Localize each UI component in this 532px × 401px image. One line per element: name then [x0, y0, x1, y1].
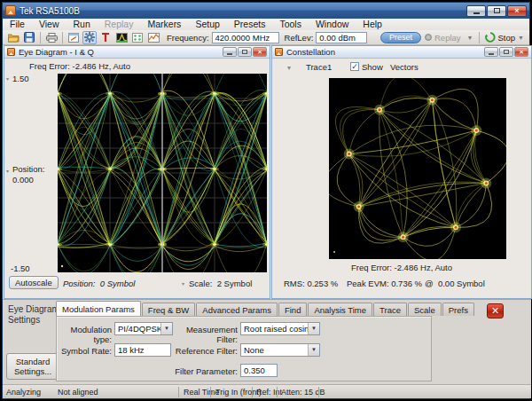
frequency-label: Frequency:: [167, 33, 209, 43]
menu-presets[interactable]: Presets: [227, 19, 273, 30]
status-separator: [318, 387, 319, 397]
status-separator: [210, 387, 211, 397]
filter-parameter-label: Filter Parameter:: [170, 366, 238, 376]
peak-evm-label: Peak EVM:: [347, 279, 389, 288]
menu-file[interactable]: File: [3, 19, 32, 30]
replay-dropdown-icon[interactable]: ▼: [467, 35, 473, 41]
toolbar-separator: [479, 32, 480, 43]
show-checkbox[interactable]: ✓: [350, 62, 359, 71]
symbol-rate-value: 18 kHz: [118, 345, 145, 355]
displays-icon[interactable]: [66, 31, 81, 44]
eye-freq-error: Freq Error: -2.486 Hz, Auto: [29, 61, 130, 71]
frequency-input[interactable]: 420.0000 MHz: [212, 32, 279, 43]
trace-selector[interactable]: Trace1: [306, 62, 332, 72]
spectrum-icon[interactable]: [114, 31, 129, 44]
close-button[interactable]: ×: [507, 5, 527, 17]
standard-settings-button[interactable]: Standard Settings...: [6, 353, 59, 380]
constellation-icon[interactable]: [130, 31, 145, 44]
settings-close-button[interactable]: ✕: [487, 303, 504, 318]
menu-markers[interactable]: Markers: [140, 19, 188, 30]
tab-analysis-time[interactable]: Analysis Time: [308, 303, 372, 316]
screen: Tek RSA5100B × File View Run Replay Mark…: [0, 0, 532, 401]
tab-modulation-params[interactable]: Modulation Params: [56, 301, 141, 316]
stop-dropdown-icon[interactable]: ▼: [518, 35, 524, 41]
constellation-plot[interactable]: [329, 78, 506, 259]
replay-record-icon: [425, 34, 432, 41]
eye-window-titlebar[interactable]: Eye Diagram - I & Q ×: [4, 46, 270, 59]
check-icon: ✓: [351, 62, 358, 71]
menu-setup[interactable]: Setup: [188, 19, 226, 30]
peak-evm-value: 0.736 %: [391, 279, 422, 288]
position-label: Position:: [63, 279, 95, 288]
constellation-close-button[interactable]: ×: [514, 47, 528, 57]
minimize-button[interactable]: [466, 5, 486, 17]
eye-window-controls: ×: [223, 47, 267, 57]
eye-minimize-button[interactable]: [223, 47, 237, 57]
settings-gear-icon[interactable]: [82, 31, 97, 44]
constellation-minimize-button[interactable]: [484, 47, 498, 57]
eye-bottom-position[interactable]: Position: 0 Symbol: [63, 279, 135, 288]
trigger-t-icon[interactable]: [98, 31, 113, 44]
eye-maximize-button[interactable]: [238, 47, 252, 57]
eye-close-button[interactable]: ×: [253, 47, 267, 57]
tab-freq-bw[interactable]: Freq & BW: [142, 303, 195, 316]
eye-ymin-label: -1.50: [11, 263, 30, 273]
restore-button[interactable]: [487, 5, 506, 17]
menu-tools[interactable]: Tools: [272, 19, 309, 30]
symbol-rate-input[interactable]: 18 kHz: [114, 343, 171, 357]
tab-prefs[interactable]: Prefs: [442, 303, 474, 316]
eye-position-block: Position: 0.000: [12, 164, 44, 185]
constellation-window-controls: ×: [484, 47, 528, 57]
tab-advanced-params[interactable]: Advanced Params: [196, 303, 278, 316]
status-reference: Ref: Int: [256, 388, 282, 397]
toolbar-separator: [62, 32, 63, 43]
reference-filter-select[interactable]: None ▼: [240, 343, 320, 357]
reflev-input[interactable]: 0.00 dBm: [316, 32, 367, 43]
rms-value: 0.253 %: [307, 279, 338, 288]
eye-position-value[interactable]: 0.000: [12, 175, 34, 185]
save-icon[interactable]: [22, 31, 36, 44]
stop-button[interactable]: Stop: [485, 32, 516, 43]
tab-trace[interactable]: Trace: [373, 303, 407, 316]
autoscale-button[interactable]: Autoscale: [9, 276, 59, 289]
trend-icon[interactable]: [146, 31, 160, 44]
tab-scale[interactable]: Scale: [408, 303, 442, 316]
reflev-label: RefLev:: [285, 33, 314, 43]
menu-help[interactable]: Help: [356, 19, 389, 30]
status-alignment: Not aligned: [58, 388, 98, 397]
open-folder-icon[interactable]: [6, 31, 20, 44]
measurement-filter-select[interactable]: Root raised cosine ▼: [240, 322, 320, 335]
modulation-params-pane: Modulation type: PI/4DQPSK ▼ Measurement…: [56, 316, 432, 381]
stop-label: Stop: [498, 33, 516, 43]
eye-scale[interactable]: Scale: 2 Symbol: [189, 279, 252, 288]
modulation-type-label: Modulation type:: [57, 325, 112, 344]
window-title: Tek RSA5100B: [20, 6, 80, 16]
maximize-icon: [504, 50, 509, 54]
toolbar: Frequency: 420.0000 MHz RefLev: 0.00 dBm…: [3, 30, 529, 45]
constellation-window-titlebar[interactable]: Constellation ×: [272, 46, 531, 59]
status-separator: [178, 387, 179, 397]
measurement-filter-label: Measurement Filter:: [170, 325, 238, 344]
at-label: @: [425, 279, 434, 288]
modulation-type-select[interactable]: PI/4DQPSK ▼: [114, 322, 173, 335]
status-separator: [252, 387, 253, 397]
expander-icon[interactable]: ▾: [182, 280, 184, 287]
titlebar[interactable]: Tek RSA5100B ×: [3, 3, 529, 19]
menu-view[interactable]: View: [32, 19, 66, 30]
standard-settings-label: Standard Settings...: [9, 357, 57, 376]
menu-run[interactable]: Run: [66, 19, 98, 30]
menu-window[interactable]: Window: [309, 19, 356, 30]
trace-dropdown-icon[interactable]: ▾: [287, 64, 291, 72]
constellation-maximize-button[interactable]: [499, 47, 513, 57]
measurement-filter-value: Root raised cosine: [244, 324, 314, 334]
constellation-plot-svg: [329, 78, 506, 259]
preset-button[interactable]: Preset: [380, 32, 421, 43]
expander-icon[interactable]: ▾: [6, 168, 9, 174]
eye-diagram-plot[interactable]: [58, 74, 267, 272]
tab-find[interactable]: Find: [278, 303, 307, 316]
print-icon[interactable]: [44, 31, 59, 44]
position-value: 0 Symbol: [100, 279, 136, 288]
vectors-label[interactable]: Vectors: [390, 62, 419, 72]
filter-parameter-input[interactable]: 0.350: [240, 364, 278, 377]
expander-icon[interactable]: ▾: [6, 75, 9, 82]
